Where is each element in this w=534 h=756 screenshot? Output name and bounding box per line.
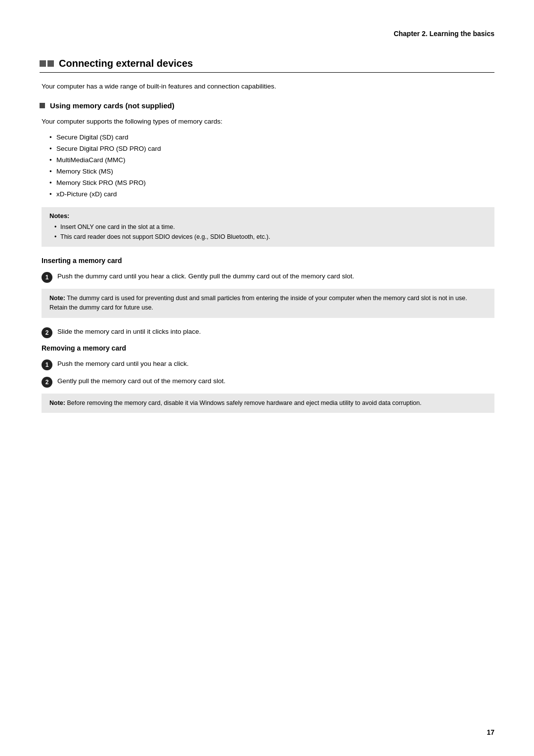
notes-list-item: This card reader does not support SDIO d…: [54, 232, 487, 242]
page-number: 17: [487, 728, 494, 736]
list-item: xD-Picture (xD) card: [49, 189, 494, 200]
removing-note-bold: Note:: [49, 400, 65, 406]
notes-list: Insert ONLY one card in the slot at a ti…: [54, 222, 487, 242]
inserting-step2-container: 2 Slide the memory card in until it clic…: [42, 327, 494, 338]
removing-note-text: Before removing the memory card, disable…: [65, 400, 421, 406]
notes-title: Notes:: [49, 212, 487, 220]
removing-step2-container: 2 Gently pull the memory card out of the…: [42, 376, 494, 388]
section-title: Connecting external devices: [59, 58, 193, 69]
inserting-step1-text: Push the dummy card until you hear a cli…: [57, 271, 494, 282]
removing-step2-text: Gently pull the memory card out of the m…: [57, 376, 494, 387]
removing-step1-container: 1 Push the memory card until you hear a …: [42, 359, 494, 370]
subsection-intro: Your computer supports the following typ…: [42, 117, 494, 127]
removing-note-box: Note: Before removing the memory card, d…: [42, 394, 494, 413]
page: Chapter 2. Learning the basics Connectin…: [0, 0, 534, 756]
step-number-1: 1: [42, 272, 52, 283]
inserting-note-bold: Note:: [49, 295, 65, 302]
removing-step-number-2: 2: [42, 377, 52, 388]
section-intro: Your computer has a wide range of built-…: [42, 82, 494, 91]
section-title-container: Connecting external devices: [40, 58, 494, 73]
removing-title: Removing a memory card: [42, 344, 494, 352]
card-types-list: Secure Digital (SD) card Secure Digital …: [49, 132, 494, 200]
subsection-title-container: Using memory cards (not supplied): [40, 101, 494, 110]
list-item: Secure Digital (SD) card: [49, 132, 494, 143]
inserting-step1-container: 1 Push the dummy card until you hear a c…: [42, 271, 494, 283]
notes-list-item: Insert ONLY one card in the slot at a ti…: [54, 222, 487, 232]
removing-step1-text: Push the memory card until you hear a cl…: [57, 359, 494, 369]
inserting-note-text: The dummy card is used for preventing du…: [49, 295, 467, 311]
subsection-title: Using memory cards (not supplied): [50, 101, 175, 110]
list-item: MultiMediaCard (MMC): [49, 155, 494, 166]
icon-square-2: [47, 60, 54, 67]
chapter-header: Chapter 2. Learning the basics: [40, 30, 494, 38]
step-number-2: 2: [42, 327, 52, 338]
notes-box: Notes: Insert ONLY one card in the slot …: [42, 207, 494, 247]
list-item: Secure Digital PRO (SD PRO) card: [49, 143, 494, 155]
inserting-note-box: Note: The dummy card is used for prevent…: [42, 289, 494, 318]
inserting-step2-text: Slide the memory card in until it clicks…: [57, 327, 494, 337]
chapter-header-text: Chapter 2. Learning the basics: [394, 30, 494, 38]
list-item: Memory Stick PRO (MS PRO): [49, 178, 494, 189]
section-icon: [40, 60, 54, 67]
subsection-icon: [40, 103, 45, 108]
list-item: Memory Stick (MS): [49, 166, 494, 178]
icon-square-1: [40, 60, 46, 67]
inserting-title: Inserting a memory card: [42, 257, 494, 265]
removing-step-number-1: 1: [42, 359, 52, 370]
